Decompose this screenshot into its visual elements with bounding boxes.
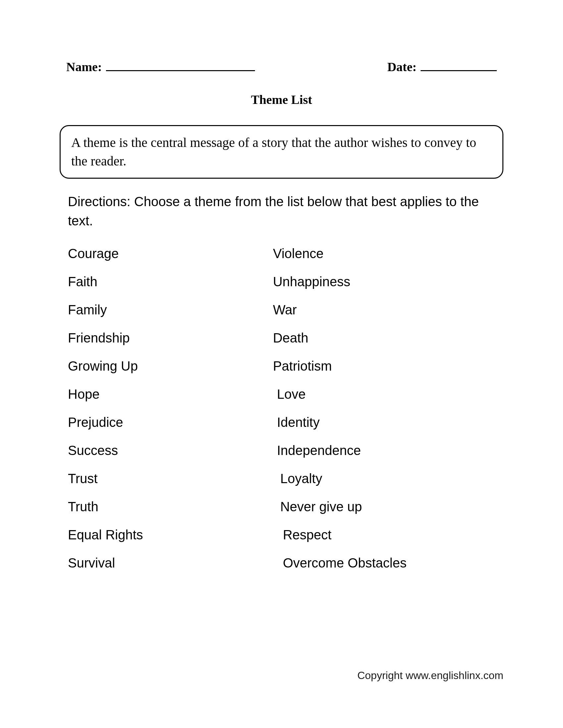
theme-item: Success <box>68 444 273 457</box>
theme-item: Identity <box>273 416 495 429</box>
theme-item: Hope <box>68 387 273 401</box>
theme-item: Survival <box>68 556 273 569</box>
theme-item: Never give up <box>273 500 495 513</box>
theme-item: Patriotism <box>273 359 495 373</box>
theme-item: Courage <box>68 247 273 260</box>
name-label: Name: <box>66 60 102 74</box>
theme-item: Death <box>273 331 495 344</box>
theme-item: Loyalty <box>273 472 495 485</box>
theme-item: Truth <box>68 500 273 513</box>
theme-column-right: Violence Unhappiness War Death Patriotis… <box>273 247 495 584</box>
theme-item: Faith <box>68 275 273 288</box>
worksheet-title: Theme List <box>50 92 513 107</box>
theme-item: Violence <box>273 247 495 260</box>
theme-item: Respect <box>273 528 495 541</box>
theme-item: Equal Rights <box>68 528 273 541</box>
theme-item: Unhappiness <box>273 275 495 288</box>
worksheet-page: Name: Date: Theme List A theme is the ce… <box>0 0 563 611</box>
date-field: Date: <box>387 60 497 74</box>
theme-columns: Courage Faith Family Friendship Growing … <box>68 247 495 584</box>
theme-item: Friendship <box>68 331 273 344</box>
header-row: Name: Date: <box>50 60 513 74</box>
copyright-text: Copyright www.englishlinx.com <box>357 669 503 682</box>
name-field: Name: <box>66 60 255 74</box>
definition-box: A theme is the central message of a stor… <box>60 125 503 179</box>
theme-item: War <box>273 303 495 316</box>
theme-item: Independence <box>273 444 495 457</box>
theme-item: Overcome Obstacles <box>273 556 495 569</box>
date-label: Date: <box>387 60 417 74</box>
theme-item: Family <box>68 303 273 316</box>
theme-column-left: Courage Faith Family Friendship Growing … <box>68 247 273 584</box>
name-blank-line[interactable] <box>106 61 255 71</box>
theme-item: Trust <box>68 472 273 485</box>
date-blank-line[interactable] <box>421 61 497 71</box>
theme-item: Growing Up <box>68 359 273 373</box>
directions-text: Directions: Choose a theme from the list… <box>68 192 495 230</box>
theme-item: Love <box>273 387 495 401</box>
theme-item: Prejudice <box>68 416 273 429</box>
